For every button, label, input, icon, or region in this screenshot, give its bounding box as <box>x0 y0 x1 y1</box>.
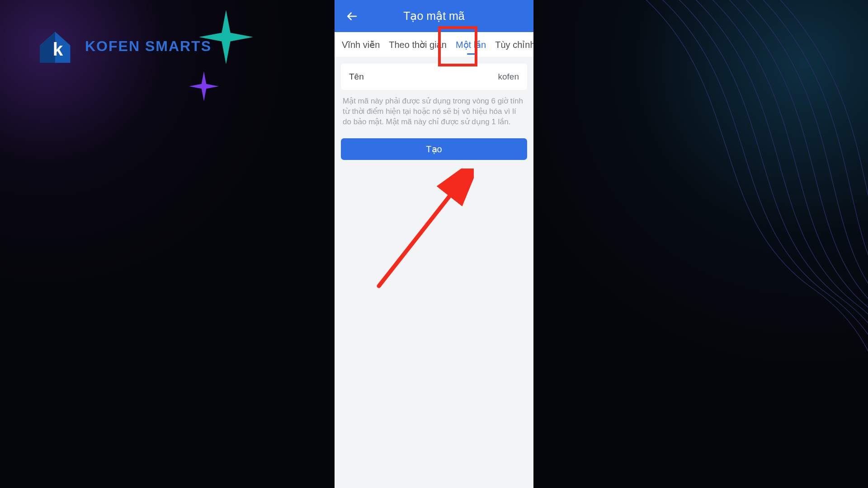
phone-body: Tên kofen Mật mã này phải được sử dụng t… <box>335 57 533 488</box>
phone-screen: Tạo mật mã Vĩnh viễn Theo thời gian Một … <box>335 0 533 488</box>
tab-custom[interactable]: Tùy chỉnh <box>491 32 533 57</box>
sparkle-icon <box>189 71 219 101</box>
app-header: Tạo mật mã <box>335 0 533 32</box>
hint-text: Mật mã này phải được sử dụng trong vòng … <box>341 90 527 127</box>
create-button[interactable]: Tạo <box>341 138 527 160</box>
name-field-value: kofen <box>498 72 519 82</box>
tab-timed[interactable]: Theo thời gian <box>384 32 451 57</box>
svg-text:k: k <box>53 39 63 60</box>
tab-permanent[interactable]: Vĩnh viễn <box>337 32 384 57</box>
name-field-label: Tên <box>349 72 364 82</box>
bg-glow-right <box>506 0 868 361</box>
tab-strip: Vĩnh viễn Theo thời gian Một lần Tùy chỉ… <box>335 32 533 57</box>
brand-logo: k KOFEN SMARTS <box>35 26 212 66</box>
brand-name: KOFEN SMARTS <box>85 38 212 55</box>
header-title: Tạo mật mã <box>403 9 465 23</box>
back-button[interactable] <box>343 7 361 25</box>
brand-logo-mark: k <box>35 26 75 66</box>
tab-onetime[interactable]: Một lần <box>451 32 491 57</box>
name-field[interactable]: Tên kofen <box>341 64 527 90</box>
back-arrow-icon <box>345 9 359 23</box>
